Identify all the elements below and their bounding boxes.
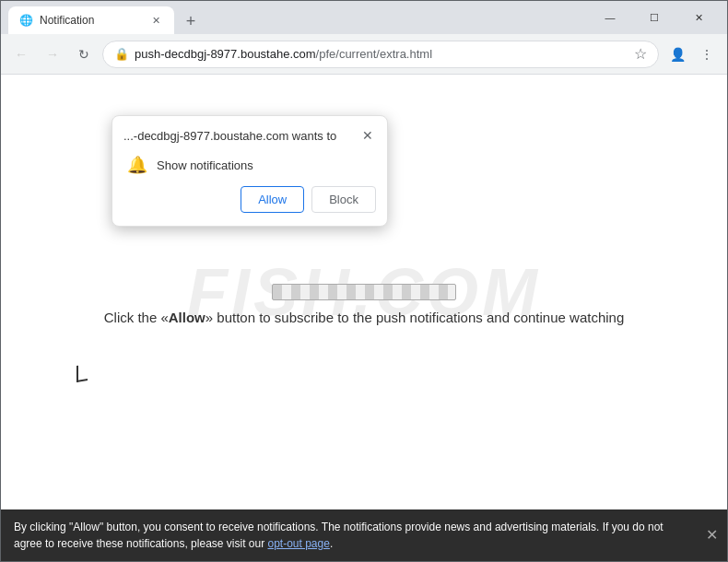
- tab-area: 🌐 Notification ✕ +: [8, 1, 576, 34]
- window-controls: — ☐ ✕: [589, 5, 720, 30]
- bookmark-icon[interactable]: ☆: [634, 45, 647, 63]
- profile-icon[interactable]: 👤: [664, 41, 690, 67]
- browser-window: 🌐 Notification ✕ + — ☐ ✕ ← → ↻ 🔒 push-de…: [0, 0, 728, 562]
- notification-popup: ...-decdbgj-8977.boustahe.com wants to ✕…: [112, 115, 388, 227]
- popup-header: ...-decdbgj-8977.boustahe.com wants to ✕: [112, 116, 387, 151]
- address-text: push-decdbgj-8977.boustahe.com/pfe/curre…: [135, 47, 628, 61]
- instruction-post: » button to subscribe to the push notifi…: [205, 310, 624, 325]
- popup-notification-row: 🔔 Show notifications: [112, 151, 387, 186]
- close-button[interactable]: ✕: [677, 5, 720, 30]
- instruction-bold: Allow: [169, 310, 205, 325]
- page-instruction: Click the «Allow» button to subscribe to…: [51, 310, 677, 325]
- notification-row-text: Show notifications: [157, 158, 253, 172]
- tab-title: Notification: [40, 14, 141, 27]
- progress-area: [272, 284, 456, 300]
- page-content: FISH.COM ...-decdbgj-8977.boustahe.com w…: [1, 75, 727, 509]
- active-tab[interactable]: 🌐 Notification ✕: [8, 6, 174, 34]
- back-button[interactable]: ←: [8, 41, 34, 67]
- allow-button[interactable]: Allow: [241, 186, 304, 213]
- url-path: /pfe/current/extra.html: [316, 47, 432, 61]
- nav-icons-right: 👤 ⋮: [664, 41, 720, 67]
- menu-icon[interactable]: ⋮: [694, 41, 720, 67]
- bell-icon: 🔔: [127, 155, 147, 175]
- nav-bar: ← → ↻ 🔒 push-decdbgj-8977.boustahe.com/p…: [1, 34, 727, 75]
- new-tab-button[interactable]: +: [178, 8, 204, 34]
- minimize-button[interactable]: —: [589, 5, 631, 30]
- bottom-bar-text-pre: By clicking "Allow" button, you consent …: [14, 521, 663, 550]
- bottom-notification-bar: By clicking "Allow" button, you consent …: [1, 509, 727, 561]
- reload-button[interactable]: ↻: [71, 41, 97, 67]
- bottom-bar-close-button[interactable]: ✕: [706, 524, 718, 546]
- popup-close-button[interactable]: ✕: [359, 127, 376, 144]
- opt-out-link[interactable]: opt-out page: [267, 537, 329, 550]
- block-button[interactable]: Block: [311, 186, 376, 213]
- tab-close-button[interactable]: ✕: [148, 13, 163, 28]
- progress-bar: [272, 284, 456, 300]
- maximize-button[interactable]: ☐: [633, 5, 675, 30]
- url-domain: push-decdbgj-8977.boustahe.com: [135, 47, 316, 61]
- lock-icon: 🔒: [114, 47, 129, 61]
- forward-button[interactable]: →: [40, 41, 65, 67]
- tab-favicon: 🌐: [19, 14, 32, 27]
- popup-domain-text: ...-decdbgj-8977.boustahe.com wants to: [123, 129, 359, 143]
- title-bar: 🌐 Notification ✕ + — ☐ ✕: [1, 1, 727, 34]
- bottom-bar-text-post: .: [330, 537, 333, 550]
- instruction-pre: Click the «: [104, 310, 169, 325]
- address-bar[interactable]: 🔒 push-decdbgj-8977.boustahe.com/pfe/cur…: [102, 41, 659, 68]
- popup-actions: Allow Block: [112, 186, 387, 226]
